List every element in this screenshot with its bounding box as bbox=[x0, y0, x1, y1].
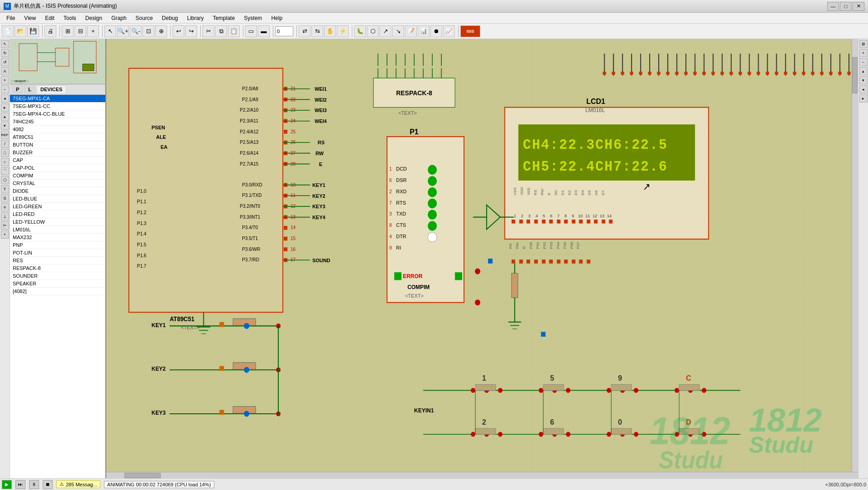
device-item-led-yellow[interactable]: LED-YELLOW bbox=[10, 218, 105, 226]
minimap[interactable]: ←viewport→ bbox=[10, 39, 105, 84]
grid-button[interactable]: ⊟ bbox=[74, 25, 86, 37]
device-item-at89c51[interactable]: AT89C51 bbox=[10, 133, 105, 141]
close-button[interactable]: ✕ bbox=[853, 2, 864, 11]
undo-button[interactable]: ↩ bbox=[173, 25, 184, 37]
move-right-tool[interactable]: ▸ bbox=[1, 103, 9, 112]
redo-button[interactable]: ↪ bbox=[185, 25, 197, 37]
rect-tool[interactable]: □ bbox=[1, 149, 9, 157]
menu-item-edit[interactable]: Edit bbox=[40, 14, 59, 22]
dbg2-button[interactable]: ⬡ bbox=[367, 25, 379, 37]
device-item-lm016l[interactable]: LM016L bbox=[10, 226, 105, 234]
device-item-sounder[interactable]: SOUNDER bbox=[10, 272, 105, 280]
move-down-tool[interactable]: ▾ bbox=[1, 122, 9, 130]
hand-button[interactable]: ✋ bbox=[324, 25, 336, 37]
rt-btn-7[interactable]: ▸ bbox=[859, 94, 868, 103]
select-button[interactable]: ↖ bbox=[104, 25, 116, 37]
device-item-led-blue[interactable]: LED-BLUE bbox=[10, 195, 105, 203]
dbg3-button[interactable]: ↗ bbox=[380, 25, 391, 37]
pause-button[interactable]: ⏸ bbox=[29, 480, 39, 489]
pin-tool[interactable]: ⊥ bbox=[1, 212, 9, 220]
menu-item-help[interactable]: Help bbox=[266, 14, 287, 22]
block2-button[interactable]: ▬ bbox=[258, 25, 270, 37]
bus-tool[interactable]: ≡ bbox=[1, 203, 9, 211]
device-item--4082-[interactable]: [4082] bbox=[10, 288, 105, 295]
device-item-7seg-mpx1-ca[interactable]: 7SEG-MPX1-CA bbox=[10, 95, 105, 103]
copy-button[interactable]: ⧉ bbox=[215, 25, 227, 37]
menu-item-debug[interactable]: Debug bbox=[158, 14, 182, 22]
ref-tool[interactable]: REF bbox=[1, 131, 9, 139]
step-button[interactable]: ⏭ bbox=[15, 480, 25, 489]
line-tool[interactable]: / bbox=[1, 140, 9, 148]
device-list[interactable]: 7SEG-MPX1-CA7SEG-MPX1-CC7SEG-MPX4-CC-BLU… bbox=[10, 95, 105, 478]
block-button[interactable]: ▭ bbox=[245, 25, 257, 37]
zoom-in-tool[interactable]: + bbox=[1, 76, 9, 84]
script-button[interactable]: 📝 bbox=[405, 25, 417, 37]
select-tool[interactable]: ↖ bbox=[1, 40, 9, 48]
menu-item-tools[interactable]: Tools bbox=[59, 14, 81, 22]
text2-tool[interactable]: T bbox=[1, 185, 9, 193]
horizontal-scrollbar[interactable] bbox=[106, 472, 858, 478]
new-button[interactable]: 📄 bbox=[2, 25, 14, 37]
device-item-buzzer[interactable]: BUZZER bbox=[10, 149, 105, 157]
menu-item-graph[interactable]: Graph bbox=[107, 14, 131, 22]
isis-button[interactable]: ISIS bbox=[460, 25, 480, 37]
open-button[interactable]: 📂 bbox=[15, 25, 26, 37]
device-item-cap[interactable]: CAP bbox=[10, 157, 105, 164]
device-item-pot-lin[interactable]: POT-LIN bbox=[10, 249, 105, 257]
device-item-7seg-mpx4-cc-blue[interactable]: 7SEG-MPX4-CC-BLUE bbox=[10, 110, 105, 118]
menu-item-design[interactable]: Design bbox=[81, 14, 107, 22]
paste-button[interactable]: 📋 bbox=[228, 25, 240, 37]
menu-item-system[interactable]: System bbox=[239, 14, 266, 22]
device-item-led-red[interactable]: LED-RED bbox=[10, 211, 105, 218]
schematic-canvas[interactable]: PSEN ALE EA P1.0 P1.1 P1.2 P1.3 P1.4 P1.… bbox=[106, 39, 858, 478]
move-left-tool[interactable]: ◂ bbox=[1, 94, 9, 103]
record-button[interactable]: ⏺ bbox=[430, 25, 442, 37]
text-tool[interactable]: A bbox=[1, 67, 9, 75]
circle-tool[interactable]: ○ bbox=[1, 158, 9, 166]
tab-devices[interactable]: DEVICES bbox=[36, 85, 66, 93]
save-button[interactable]: 💾 bbox=[27, 25, 39, 37]
chart-button[interactable]: 📊 bbox=[418, 25, 429, 37]
move-up-tool[interactable]: ▴ bbox=[1, 113, 9, 121]
rt-btn-3[interactable]: − bbox=[859, 58, 868, 66]
poly-tool[interactable]: ⬡ bbox=[1, 176, 9, 184]
rt-btn-1[interactable]: ⊞ bbox=[859, 40, 868, 48]
tab-l[interactable]: L bbox=[24, 85, 35, 93]
device-item-cap-pol[interactable]: CAP-POL bbox=[10, 164, 105, 172]
debug-button[interactable]: 🐛 bbox=[354, 25, 366, 37]
device-item-max232[interactable]: MAX232 bbox=[10, 234, 105, 241]
device-item-led-green[interactable]: LED-GREEN bbox=[10, 203, 105, 211]
device-item-74hc245[interactable]: 74HC245 bbox=[10, 118, 105, 126]
device-item-7seg-mpx1-cc[interactable]: 7SEG-MPX1-CC bbox=[10, 103, 105, 110]
stop-button[interactable]: ⏹ bbox=[43, 480, 53, 489]
warning-indicator[interactable]: ⚠ 285 Messag... bbox=[56, 480, 100, 488]
rt-btn-4[interactable]: ▴ bbox=[859, 67, 868, 75]
device-item-button[interactable]: BUTTON bbox=[10, 141, 105, 149]
minimize-button[interactable]: — bbox=[827, 2, 839, 11]
menu-item-library[interactable]: Library bbox=[182, 14, 208, 22]
route2-button[interactable]: ⇆ bbox=[311, 25, 323, 37]
menu-item-template[interactable]: Template bbox=[208, 14, 240, 22]
menu-item-view[interactable]: View bbox=[20, 14, 40, 22]
rt-btn-5[interactable]: ▾ bbox=[859, 76, 868, 84]
rt-btn-2[interactable]: + bbox=[859, 49, 868, 57]
component-button[interactable]: ⊞ bbox=[62, 25, 74, 37]
device-item-pnp[interactable]: PNP bbox=[10, 241, 105, 249]
port-tool[interactable]: ⊢ bbox=[1, 221, 9, 230]
device-item-respack-8[interactable]: RESPACK-8 bbox=[10, 265, 105, 272]
graph-button[interactable]: 📈 bbox=[443, 25, 455, 37]
zoom-input[interactable] bbox=[275, 26, 293, 36]
print-button[interactable]: 🖨 bbox=[44, 25, 56, 37]
device-item-diode[interactable]: DIODE bbox=[10, 187, 105, 195]
zoom-out-tool[interactable]: − bbox=[1, 85, 9, 93]
device-item-4082[interactable]: 4082 bbox=[10, 126, 105, 133]
maximize-button[interactable]: □ bbox=[840, 2, 852, 11]
script2-tool[interactable]: S bbox=[1, 194, 9, 202]
menu-item-file[interactable]: File bbox=[2, 14, 20, 22]
rt-btn-6[interactable]: ◂ bbox=[859, 85, 868, 93]
tab-p[interactable]: P bbox=[12, 85, 23, 93]
probe-button[interactable]: ⚡ bbox=[337, 25, 349, 37]
device-item-speaker[interactable]: SPEAKER bbox=[10, 280, 105, 288]
vertical-scrollbar[interactable] bbox=[852, 39, 858, 472]
rotate-ccw-tool[interactable]: ↺ bbox=[1, 58, 9, 66]
